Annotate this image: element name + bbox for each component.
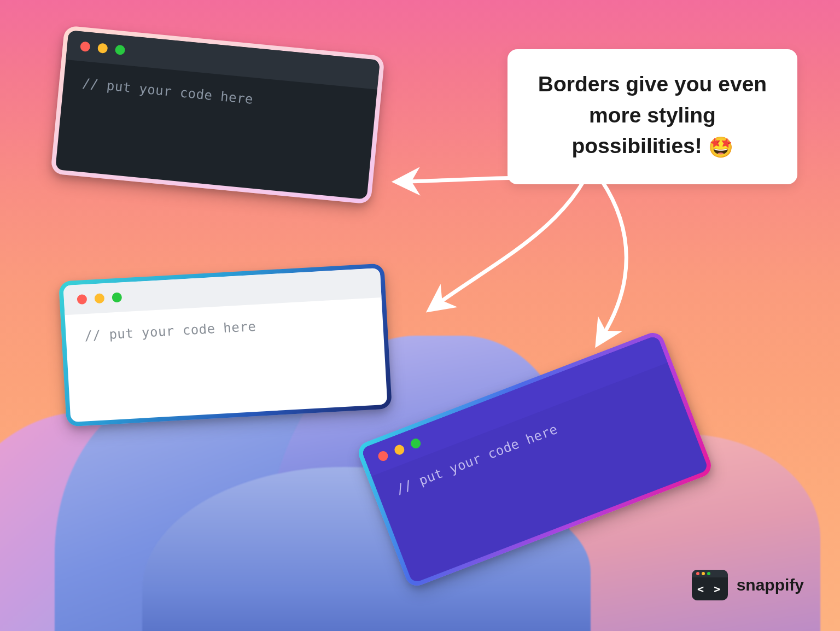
code-comment: // put your code here xyxy=(84,319,256,343)
code-window-light: // put your code here xyxy=(59,264,392,427)
window-inner: // put your code here xyxy=(63,268,387,422)
code-comment: // put your code here xyxy=(81,75,254,107)
traffic-light-min-icon xyxy=(393,443,406,456)
traffic-light-close-icon xyxy=(377,449,389,462)
brand-logo-mark: < > xyxy=(692,570,728,600)
window-inner: // put your code here xyxy=(55,30,380,200)
traffic-light-min-icon xyxy=(94,293,104,303)
traffic-light-close-icon xyxy=(77,294,87,305)
traffic-light-max-icon xyxy=(410,437,422,450)
brand-glyph: < > xyxy=(692,577,728,600)
code-window-dark: // put your code here xyxy=(50,25,384,204)
traffic-light-min-icon xyxy=(97,43,108,54)
traffic-light-max-icon xyxy=(115,45,126,56)
starstruck-emoji-icon: 🤩 xyxy=(708,136,733,159)
traffic-light-max-icon xyxy=(112,292,122,302)
traffic-light-close-icon xyxy=(80,41,91,52)
brand-name: snappify xyxy=(737,576,804,594)
logo-titlebar-icon xyxy=(692,570,728,577)
brand-logo: < > snappify xyxy=(692,570,804,600)
callout-box: Borders give you even more styling possi… xyxy=(508,49,797,184)
code-body: // put your code here xyxy=(65,297,387,422)
